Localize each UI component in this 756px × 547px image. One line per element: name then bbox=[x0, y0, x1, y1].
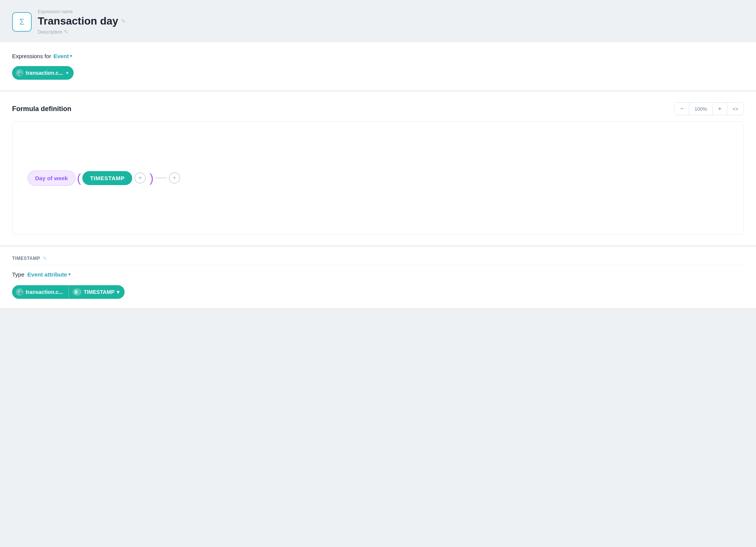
page-title: Transaction day bbox=[38, 15, 118, 27]
expression-icon: Σ bbox=[12, 12, 32, 32]
formula-card: Formula definition − 100% + <> Day of we… bbox=[0, 92, 756, 245]
param-edit-icon[interactable]: ✎ bbox=[43, 256, 47, 261]
left-pill-search-icon: 🔍 bbox=[16, 288, 23, 296]
type-row: Type Event attribute ▾ bbox=[12, 271, 744, 278]
chevron-down-icon: ▾ bbox=[70, 54, 72, 59]
formula-title: Formula definition bbox=[12, 105, 71, 113]
transaction-pill-button[interactable]: 🔍 transaction.c... ▾ bbox=[12, 66, 74, 80]
close-paren: ) bbox=[150, 171, 154, 185]
parameter-section: TIMESTAMP ✎ Type Event attribute ▾ 🔍 tra… bbox=[0, 247, 756, 308]
main-content: Expressions for Event ▾ 🔍 transaction.c.… bbox=[0, 42, 756, 320]
header-text-block: Expression name Transaction day ✎ Descri… bbox=[38, 9, 126, 35]
title-edit-icon[interactable]: ✎ bbox=[121, 18, 126, 24]
day-of-week-node[interactable]: Day of week bbox=[28, 170, 76, 186]
pill-chevron-icon: ▾ bbox=[66, 71, 68, 76]
right-pill-calendar-icon: 🗓 bbox=[73, 288, 82, 296]
event-dropdown[interactable]: Event ▾ bbox=[53, 53, 72, 59]
expressions-header: Expressions for Event ▾ bbox=[12, 53, 744, 59]
sigma-symbol: Σ bbox=[19, 17, 25, 27]
add-expression-button[interactable]: + bbox=[169, 172, 180, 184]
formula-canvas: Day of week ( TIMESTAMP + ) + bbox=[12, 121, 744, 235]
day-of-week-label: Day of week bbox=[35, 175, 68, 181]
type-chevron-icon: ▾ bbox=[68, 272, 71, 277]
param-name-row: TIMESTAMP ✎ bbox=[12, 256, 744, 261]
zoom-controls: − 100% + <> bbox=[674, 102, 744, 115]
expressions-for-label: Expressions for bbox=[12, 53, 51, 59]
zoom-plus-button[interactable]: + bbox=[713, 103, 727, 115]
description-row: Description ✎ bbox=[38, 29, 126, 35]
expressions-card: Expressions for Event ▾ 🔍 transaction.c.… bbox=[0, 42, 756, 90]
search-icon: 🔍 bbox=[16, 69, 23, 77]
expression-name-label: Expression name bbox=[38, 9, 126, 14]
plus-icon-2: + bbox=[173, 175, 176, 181]
attribute-path-button[interactable]: 🔍 transaction.c... 🗓 TIMESTAMP ▾ bbox=[12, 285, 125, 299]
timestamp-node[interactable]: TIMESTAMP bbox=[82, 171, 132, 185]
left-pill-label: transaction.c... bbox=[26, 289, 63, 295]
title-row: Transaction day ✎ bbox=[38, 15, 126, 27]
code-view-button[interactable]: <> bbox=[727, 103, 744, 115]
formula-expression: Day of week ( TIMESTAMP + ) + bbox=[28, 170, 182, 186]
pill-label: transaction.c... bbox=[26, 70, 63, 76]
event-label: Event bbox=[53, 53, 69, 59]
plus-icon: + bbox=[138, 175, 142, 181]
add-param-button[interactable]: + bbox=[134, 172, 146, 184]
page-header: Σ Expression name Transaction day ✎ Desc… bbox=[0, 0, 756, 42]
double-pill-chevron-icon: ▾ bbox=[117, 289, 119, 295]
zoom-minus-button[interactable]: − bbox=[675, 103, 689, 115]
type-value-label: Event attribute bbox=[28, 271, 67, 278]
description-label: Description bbox=[38, 29, 62, 35]
zoom-level-display: 100% bbox=[689, 103, 713, 115]
type-label: Type bbox=[12, 271, 25, 278]
param-divider bbox=[12, 265, 744, 265]
right-pill-label: TIMESTAMP bbox=[84, 289, 114, 295]
double-pill-right: 🗓 TIMESTAMP ▾ bbox=[69, 285, 125, 299]
type-dropdown[interactable]: Event attribute ▾ bbox=[28, 271, 71, 278]
open-paren: ( bbox=[77, 171, 81, 185]
connector-line bbox=[155, 178, 167, 178]
description-edit-icon[interactable]: ✎ bbox=[64, 29, 68, 35]
double-pill-left: 🔍 transaction.c... bbox=[12, 285, 69, 299]
timestamp-label: TIMESTAMP bbox=[90, 175, 125, 181]
param-name-label: TIMESTAMP bbox=[12, 256, 40, 261]
formula-header: Formula definition − 100% + <> bbox=[12, 102, 744, 115]
